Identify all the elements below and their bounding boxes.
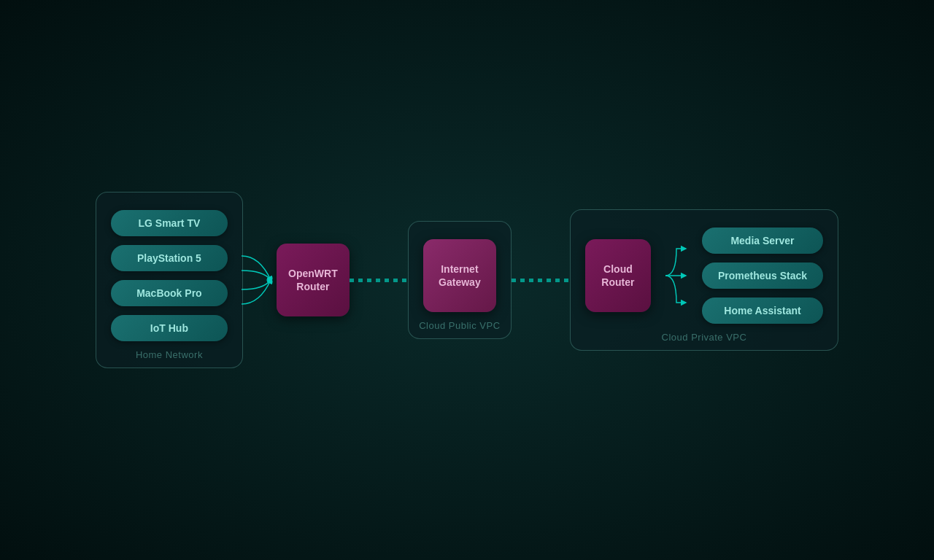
cloud-private-vpc: Cloud Router Media Server Prometheus Sta… xyxy=(570,209,838,351)
gateway-to-router-connector xyxy=(512,279,570,282)
home-network-container: LG Smart TV PlayStation 5 MacBook Pro Io… xyxy=(96,192,243,368)
dotted-line-2 xyxy=(512,279,570,282)
openwrt-router[interactable]: OpenWRT Router xyxy=(277,244,350,316)
cloud-services: Media Server Prometheus Stack Home Assis… xyxy=(702,228,823,324)
arrow-group xyxy=(242,247,278,313)
home-network-label: Home Network xyxy=(96,349,242,360)
network-diagram: LG Smart TV PlayStation 5 MacBook Pro Io… xyxy=(96,192,838,368)
cloud-private-vpc-label: Cloud Private VPC xyxy=(571,332,838,343)
media-server-node[interactable]: Media Server xyxy=(702,228,823,254)
device-iot[interactable]: IoT Hub xyxy=(111,315,228,341)
home-to-router-arrows xyxy=(242,247,278,313)
internet-gateway[interactable]: Internet Gateway xyxy=(423,239,496,312)
internet-gateway-label: Internet Gateway xyxy=(439,262,481,289)
prometheus-node[interactable]: Prometheus Stack xyxy=(702,262,823,289)
cloud-router-label: Cloud Router xyxy=(601,262,634,289)
device-lg-tv[interactable]: LG Smart TV xyxy=(111,210,228,236)
cloud-public-vpc-label: Cloud Public VPC xyxy=(409,320,511,331)
router-to-services-arrows xyxy=(665,236,687,316)
home-assistant-node[interactable]: Home Assistant xyxy=(702,298,823,324)
device-ps5[interactable]: PlayStation 5 xyxy=(111,245,228,271)
dotted-line-1 xyxy=(350,279,408,282)
cloud-public-vpc: Internet Gateway Cloud Public VPC xyxy=(408,221,512,339)
device-macbook[interactable]: MacBook Pro xyxy=(111,280,228,306)
openwrt-label: OpenWRT Router xyxy=(288,267,338,293)
openwrt-to-gateway-connector xyxy=(350,279,408,282)
cloud-router[interactable]: Cloud Router xyxy=(585,239,651,312)
